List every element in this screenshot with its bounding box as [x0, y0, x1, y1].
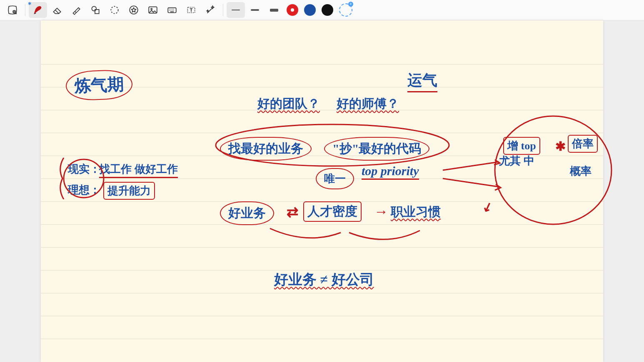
svg-point-3	[111, 6, 118, 13]
right-cloud-icon	[491, 112, 616, 228]
hw-only: 唯一	[316, 168, 354, 189]
highlighter-icon[interactable]	[67, 2, 85, 18]
lasso-icon[interactable]	[105, 2, 124, 18]
hw-side-right-a: 倍率	[568, 135, 598, 153]
divider	[223, 4, 223, 16]
oval-annotation-icon	[212, 120, 453, 170]
hw-talent-density: 人才密度	[303, 201, 362, 222]
canvas-area[interactable]: 炼气期 运气 好的团队？ 好的师傅？ 找最好的业务 "抄"最好的代码 唯一 to…	[0, 20, 644, 362]
favorite-icon[interactable]	[125, 2, 143, 18]
arrow-icon: ⇄	[287, 203, 298, 220]
svg-point-11	[495, 116, 612, 224]
add-color-icon[interactable]	[339, 3, 352, 17]
bluetooth-badge-icon: ✱	[28, 1, 31, 6]
note-page[interactable]: 炼气期 运气 好的团队？ 好的师傅？ 找最好的业务 "抄"最好的代码 唯一 to…	[41, 20, 603, 362]
zoom-note-icon[interactable]	[3, 2, 22, 18]
left-oval-icon	[61, 158, 107, 199]
brace-icon	[57, 158, 66, 199]
stroke-thin[interactable]	[227, 2, 245, 18]
shape-icon[interactable]	[86, 2, 105, 18]
stroke-thick[interactable]	[265, 2, 283, 18]
stroke-med[interactable]	[246, 2, 264, 18]
svg-point-9	[216, 124, 449, 166]
svg-point-1	[92, 6, 96, 11]
svg-point-10	[64, 159, 104, 198]
asterisk-icon: ✱	[555, 139, 566, 154]
hw-ideal-val: 提升能力	[103, 182, 155, 200]
color-red[interactable]	[287, 4, 298, 16]
eraser-icon[interactable]	[48, 2, 66, 18]
divider	[25, 4, 25, 16]
image-icon[interactable]	[144, 2, 162, 18]
text-box-icon[interactable]	[182, 2, 200, 18]
color-blue[interactable]	[304, 4, 316, 16]
curve-arrow-icon	[266, 224, 424, 249]
svg-point-6	[151, 8, 152, 10]
hw-side-top: 增 top	[503, 137, 540, 155]
hw-luck: 运气	[407, 70, 437, 92]
toolbar: ✱	[0, 0, 644, 20]
magic-icon[interactable]	[201, 2, 220, 18]
color-black[interactable]	[322, 4, 333, 16]
hw-q-mentor: 好的师傅？	[337, 95, 399, 112]
hw-career-habit: 职业习惯	[391, 203, 441, 221]
keyboard-icon[interactable]	[163, 2, 181, 18]
arrow-icon: →	[374, 203, 388, 220]
hw-q-team: 好的团队？	[257, 95, 320, 112]
hw-side-right-b: 概率	[570, 164, 592, 179]
hw-good-biz: 好业务	[220, 201, 274, 225]
hw-top-priority: top priority	[362, 164, 419, 180]
hw-reality-val: 找工作 做好工作	[99, 162, 178, 178]
pen-icon[interactable]: ✱	[29, 2, 47, 18]
hw-side-bottom: 尤其 中	[499, 154, 534, 168]
hw-bottom: 好业务 ≠ 好公司	[274, 270, 374, 289]
